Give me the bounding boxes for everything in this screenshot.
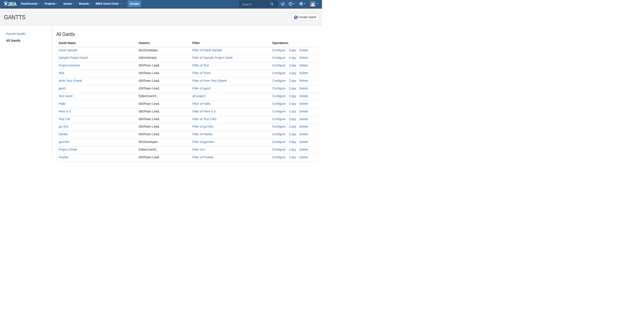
svg-text:JIRA: JIRA [8, 1, 17, 7]
svg-text:?: ? [290, 3, 291, 6]
